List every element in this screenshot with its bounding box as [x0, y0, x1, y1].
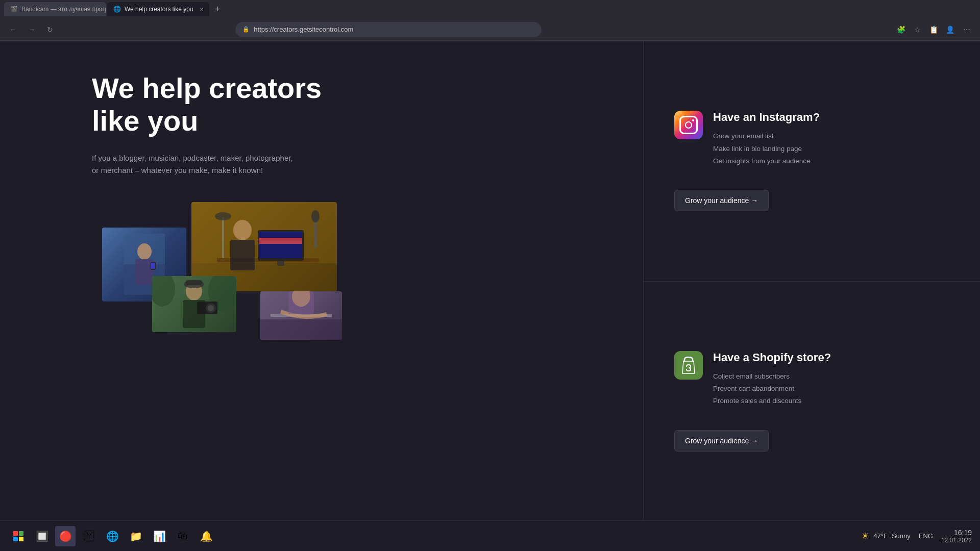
right-panel: Have an Instagram? Grow your email list … — [643, 41, 980, 521]
camera-svg — [152, 276, 236, 332]
lock-icon: 🔒 — [242, 26, 250, 33]
shopify-cta-button[interactable]: Grow your audience → — [674, 430, 769, 452]
svg-point-2 — [137, 243, 152, 260]
address-bar[interactable]: 🔒 https://creators.getsitecontrol.com — [235, 22, 542, 37]
shopify-features: Collect email subscribers Prevent cart a… — [713, 370, 831, 408]
refresh-button[interactable]: ↻ — [43, 22, 57, 37]
browser-chrome: 🎬 Bandicam — это лучшая прогр... ✕ 🌐 We … — [0, 0, 980, 41]
svg-point-28 — [208, 305, 214, 311]
sub-text: If you a blogger, musician, podcaster, m… — [92, 152, 296, 177]
nav-right-buttons: 🧩 ☆ 📋 👤 ⋯ — [894, 22, 974, 37]
collections-button[interactable]: 📋 — [927, 22, 941, 37]
instagram-text-block: Have an Instagram? Grow your email list … — [713, 111, 820, 180]
shopify-icon — [674, 351, 703, 380]
left-panel: We help creators like you If you a blogg… — [0, 41, 643, 521]
instagram-header: Have an Instagram? Grow your email list … — [674, 111, 949, 180]
weather-info: ☀ 47°F Sunny — [861, 531, 910, 542]
svg-rect-12 — [277, 261, 284, 266]
instagram-icon — [674, 111, 703, 139]
tab-creators[interactable]: 🌐 We help creators like you ✕ — [107, 2, 209, 16]
instagram-title: Have an Instagram? — [713, 111, 820, 124]
shopify-text-block: Have a Shopify store? Collect email subs… — [713, 351, 831, 420]
tab-label-creators: We help creators like you — [125, 6, 193, 13]
main-heading: We help creators like you — [92, 72, 602, 138]
tab-close-creators[interactable]: ✕ — [198, 5, 206, 13]
weather-temp: 47°F — [873, 532, 888, 540]
typing-svg — [260, 291, 342, 340]
svg-point-18 — [215, 212, 231, 220]
taskbar-right: ☀ 47°F Sunny ENG 16:19 12.01.2022 — [861, 529, 972, 544]
shopify-header: Have a Shopify store? Collect email subs… — [674, 351, 949, 420]
start-button[interactable] — [8, 526, 29, 546]
photo-person-typing — [260, 291, 342, 340]
windows-icon — [13, 531, 23, 541]
more-button[interactable]: ⋯ — [960, 22, 974, 37]
feature-item: Collect email subscribers — [713, 370, 831, 383]
heading-line2: like you — [92, 105, 199, 137]
svg-rect-11 — [259, 238, 302, 244]
yandex-icon-taskbar[interactable]: 🇾 — [79, 526, 99, 546]
svg-rect-25 — [186, 280, 202, 285]
clock-time: 16:19 — [941, 529, 972, 537]
feature-item: Make link in bio landing page — [713, 143, 820, 155]
feature-item: Get insights from your audience — [713, 155, 820, 167]
weather-sun-icon: ☀ — [861, 531, 869, 542]
photo-collage — [102, 202, 347, 335]
tab-favicon-creators: 🌐 — [113, 6, 120, 13]
extra-taskbar[interactable]: 🔔 — [196, 526, 216, 546]
tab-bar: 🎬 Bandicam — это лучшая прогр... ✕ 🌐 We … — [0, 0, 980, 18]
shopify-bag-icon — [680, 356, 697, 374]
svg-point-16 — [311, 210, 320, 222]
profile-button[interactable]: 👤 — [943, 22, 958, 37]
instagram-section: Have an Instagram? Grow your email list … — [644, 41, 980, 281]
forward-button[interactable]: → — [24, 22, 39, 37]
favorites-button[interactable]: ☆ — [911, 22, 925, 37]
tab-label-bandicam: Bandicam — это лучшая прогр... — [21, 6, 106, 13]
svg-rect-17 — [222, 217, 224, 258]
instagram-circle-icon — [685, 121, 692, 129]
svg-point-13 — [233, 220, 252, 240]
nav-bar: ← → ↻ 🔒 https://creators.getsitecontrol.… — [0, 18, 980, 41]
svg-rect-10 — [259, 232, 302, 258]
feature-item: Promote sales and discounts — [713, 395, 831, 407]
edge-taskbar[interactable]: 🌐 — [102, 526, 122, 546]
instagram-inner-icon — [679, 116, 698, 134]
feature-item: Prevent cart abandonment — [713, 383, 831, 395]
taskbar: 🔲 🔴 🇾 🌐 📁 📊 🛍 🔔 ☀ 47°F Sunny ENG 16:19 1… — [0, 520, 980, 551]
tab-bandicam[interactable]: 🎬 Bandicam — это лучшая прогр... ✕ — [4, 2, 106, 16]
address-text: https://creators.getsitecontrol.com — [254, 26, 353, 33]
instagram-cta-button[interactable]: Grow your audience → — [674, 190, 769, 211]
clock-date: 12.01.2022 — [941, 537, 972, 544]
task-view-button[interactable]: 🔲 — [32, 526, 52, 546]
svg-rect-5 — [151, 263, 155, 269]
extensions-button[interactable]: 🧩 — [894, 22, 909, 37]
back-button[interactable]: ← — [6, 22, 20, 37]
page-content: We help creators like you If you a blogg… — [0, 41, 980, 521]
powerpoint-taskbar[interactable]: 📊 — [149, 526, 169, 546]
weather-desc: Sunny — [892, 532, 911, 540]
photo-person-camera — [152, 276, 236, 332]
store-taskbar[interactable]: 🛍 — [173, 526, 193, 546]
shopify-section: Have a Shopify store? Collect email subs… — [644, 281, 980, 521]
instagram-features: Grow your email list Make link in bio la… — [713, 130, 820, 167]
tab-favicon-bandicam: 🎬 — [10, 6, 17, 13]
time-date: 16:19 12.01.2022 — [941, 529, 972, 544]
feature-item: Grow your email list — [713, 130, 820, 142]
svg-rect-30 — [260, 319, 342, 340]
files-taskbar[interactable]: 📁 — [126, 526, 146, 546]
shopify-title: Have a Shopify store? — [713, 351, 831, 364]
heading-line1: We help creators — [92, 72, 322, 104]
yandex-browser-taskbar[interactable]: 🔴 — [55, 526, 76, 546]
language-indicator: ENG — [919, 532, 933, 540]
instagram-dot-icon — [692, 119, 694, 121]
new-tab-button[interactable]: + — [210, 2, 225, 16]
svg-rect-14 — [230, 240, 255, 270]
